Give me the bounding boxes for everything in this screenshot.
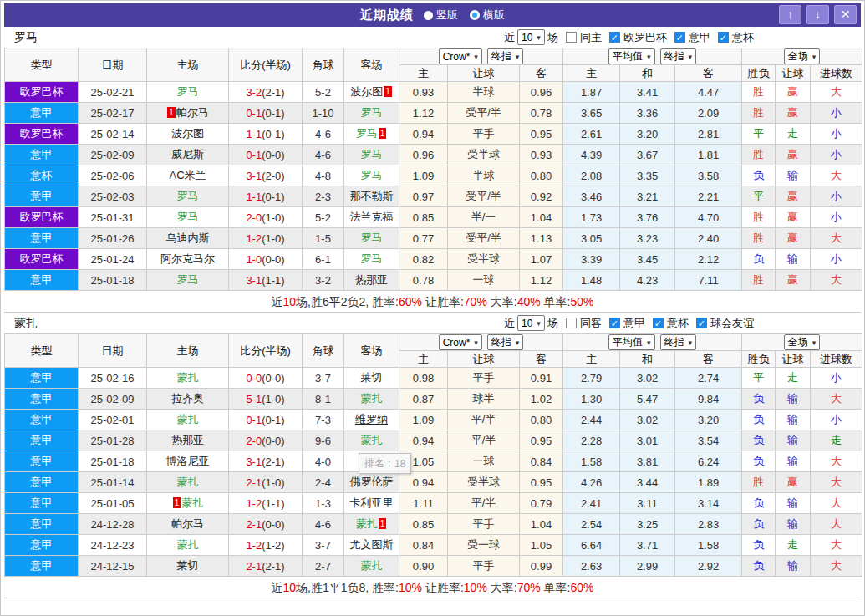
odds-stage-select[interactable]: 终指▾ bbox=[487, 48, 524, 64]
team-name[interactable]: 威尼斯 bbox=[171, 148, 204, 160]
team-name[interactable]: 罗马 bbox=[177, 190, 199, 202]
team-name[interactable]: AC米兰 bbox=[169, 169, 206, 181]
team-name[interactable]: 维罗纳 bbox=[355, 413, 388, 425]
away-team-cell[interactable]: 蒙扎 bbox=[344, 389, 399, 410]
team-name[interactable]: 罗马 bbox=[177, 211, 199, 223]
home-team-cell[interactable]: 蒙扎 bbox=[147, 472, 229, 493]
away-team-cell[interactable]: 维罗纳 bbox=[344, 410, 399, 430]
away-team-cell[interactable]: 罗马1 bbox=[344, 124, 399, 145]
league-checkbox-seriea[interactable]: ✓ bbox=[609, 318, 620, 328]
odds-source-select[interactable]: Crow*▾ bbox=[439, 334, 482, 350]
vertical-layout-radio[interactable]: 竖版 bbox=[424, 8, 458, 23]
scope-select[interactable]: 全场▾ bbox=[784, 48, 821, 64]
team-name[interactable]: 罗马 bbox=[361, 252, 383, 265]
team-name[interactable]: 蒙扎 bbox=[177, 371, 199, 384]
home-team-cell[interactable]: 阿尔克马尔 bbox=[147, 249, 229, 270]
same-venue-checkbox[interactable] bbox=[566, 32, 577, 43]
scope-select[interactable]: 全场▾ bbox=[784, 334, 821, 350]
home-team-cell[interactable]: 罗马 bbox=[147, 270, 229, 291]
home-team-cell[interactable]: 蒙扎 bbox=[147, 410, 229, 430]
away-team-cell[interactable]: 卡利亚里 bbox=[344, 493, 399, 514]
away-team-cell[interactable]: 罗马 bbox=[344, 165, 399, 186]
team-name[interactable]: 帕尔马 bbox=[176, 106, 209, 119]
home-team-cell[interactable]: 罗马 bbox=[147, 186, 229, 207]
team-name[interactable]: 乌迪内斯 bbox=[166, 232, 210, 244]
home-team-cell[interactable]: 蒙扎 bbox=[147, 535, 229, 556]
away-team-cell[interactable]: 罗马 bbox=[344, 228, 399, 249]
home-team-cell[interactable]: 拉齐奥 bbox=[147, 389, 229, 410]
home-team-cell[interactable]: 乌迪内斯 bbox=[147, 228, 229, 249]
recent-count-select[interactable]: 10▾ bbox=[517, 29, 545, 45]
team-name[interactable]: 蒙扎 bbox=[177, 413, 199, 425]
team-name[interactable]: 热那亚 bbox=[355, 273, 388, 286]
team-name[interactable]: 佛罗伦萨 bbox=[350, 476, 394, 488]
team-name[interactable]: 蒙扎 bbox=[361, 434, 383, 446]
home-team-cell[interactable]: AC米兰 bbox=[147, 165, 229, 186]
team-name[interactable]: 帕尔马 bbox=[171, 517, 204, 530]
home-team-cell[interactable]: 威尼斯 bbox=[147, 145, 229, 165]
team-name[interactable]: 卡利亚里 bbox=[350, 496, 394, 509]
team-name[interactable]: 蒙扎 bbox=[181, 496, 203, 509]
away-team-cell[interactable]: 佛罗伦萨 bbox=[344, 472, 399, 493]
away-team-cell[interactable]: 波尔图1 bbox=[344, 82, 399, 103]
team-name[interactable]: 罗马 bbox=[361, 232, 383, 244]
league-checkbox-europa[interactable]: ✓ bbox=[609, 32, 620, 43]
home-team-cell[interactable]: 帕尔马 bbox=[147, 514, 229, 535]
team-name[interactable]: 蒙扎 bbox=[361, 559, 383, 572]
team-name[interactable]: 罗马 bbox=[177, 273, 199, 286]
away-team-cell[interactable]: 那不勒斯 bbox=[344, 186, 399, 207]
team-name[interactable]: 尤文图斯 bbox=[350, 538, 394, 551]
away-team-cell[interactable]: 法兰克福 bbox=[344, 207, 399, 228]
team-name[interactable]: 博洛尼亚 bbox=[166, 455, 210, 467]
away-team-cell[interactable]: 罗马 bbox=[344, 103, 399, 124]
away-team-cell[interactable]: 尤文图斯 bbox=[344, 535, 399, 556]
team-name[interactable]: 蒙扎 bbox=[177, 538, 199, 551]
team-name[interactable]: 蒙扎 bbox=[356, 517, 378, 530]
away-team-cell[interactable]: 蒙扎 bbox=[344, 430, 399, 451]
horizontal-layout-radio[interactable]: 横版 bbox=[470, 8, 505, 23]
away-team-cell[interactable]: 蒙扎 bbox=[344, 556, 399, 577]
away-team-cell[interactable]: 莱切 bbox=[344, 368, 399, 389]
avg-source-select[interactable]: 平均值▾ bbox=[608, 334, 655, 350]
home-team-cell[interactable]: 1蒙扎 bbox=[147, 493, 229, 514]
team-name[interactable]: 波尔图 bbox=[171, 127, 204, 140]
league-checkbox-friendly[interactable]: ✓ bbox=[696, 318, 707, 328]
move-down-button[interactable]: ↓ bbox=[806, 5, 829, 24]
home-team-cell[interactable]: 蒙扎 bbox=[147, 368, 229, 389]
team-name[interactable]: 莱切 bbox=[177, 559, 199, 572]
team-name[interactable]: 罗马 bbox=[361, 169, 383, 181]
home-team-cell[interactable]: 罗马 bbox=[147, 207, 229, 228]
team-name[interactable]: 莱切 bbox=[361, 371, 383, 384]
home-team-cell[interactable]: 波尔图 bbox=[147, 124, 229, 145]
home-team-cell[interactable]: 博洛尼亚 bbox=[147, 451, 229, 472]
avg-source-select[interactable]: 平均值▾ bbox=[608, 48, 655, 64]
team-name[interactable]: 阿尔克马尔 bbox=[160, 252, 215, 265]
team-name[interactable]: 法兰克福 bbox=[350, 211, 394, 223]
team-name[interactable]: 蒙扎 bbox=[177, 476, 199, 488]
away-team-cell[interactable]: 热那亚 bbox=[344, 270, 399, 291]
team-name[interactable]: 罗马 bbox=[361, 106, 383, 119]
league-checkbox-seriea[interactable]: ✓ bbox=[674, 32, 685, 43]
team-name[interactable]: 热那亚 bbox=[171, 434, 204, 446]
team-name[interactable]: 罗马 bbox=[356, 127, 378, 140]
team-name[interactable]: 蒙扎 bbox=[361, 392, 383, 405]
away-team-cell[interactable]: 罗马 bbox=[344, 249, 399, 270]
close-button[interactable]: ✕ bbox=[834, 5, 857, 24]
same-venue-checkbox[interactable] bbox=[566, 318, 577, 328]
home-team-cell[interactable]: 1帕尔马 bbox=[147, 103, 229, 124]
home-team-cell[interactable]: 罗马 bbox=[147, 82, 229, 103]
home-team-cell[interactable]: 热那亚 bbox=[147, 430, 229, 451]
team-name[interactable]: 拉齐奥 bbox=[171, 392, 204, 405]
away-team-cell[interactable]: 罗马 bbox=[344, 145, 399, 165]
move-up-button[interactable]: ↑ bbox=[779, 5, 801, 24]
away-team-cell[interactable]: 蒙扎1 bbox=[344, 514, 399, 535]
team-name[interactable]: 罗马 bbox=[177, 85, 199, 98]
league-checkbox-coppa[interactable]: ✓ bbox=[718, 32, 729, 43]
home-team-cell[interactable]: 莱切 bbox=[147, 556, 229, 577]
avg-stage-select[interactable]: 终指▾ bbox=[660, 334, 697, 350]
league-checkbox-coppa[interactable]: ✓ bbox=[653, 318, 664, 328]
team-name[interactable]: 波尔图 bbox=[350, 85, 383, 98]
team-name[interactable]: 那不勒斯 bbox=[350, 190, 394, 202]
avg-stage-select[interactable]: 终指▾ bbox=[660, 48, 697, 64]
odds-stage-select[interactable]: 终指▾ bbox=[487, 334, 524, 350]
